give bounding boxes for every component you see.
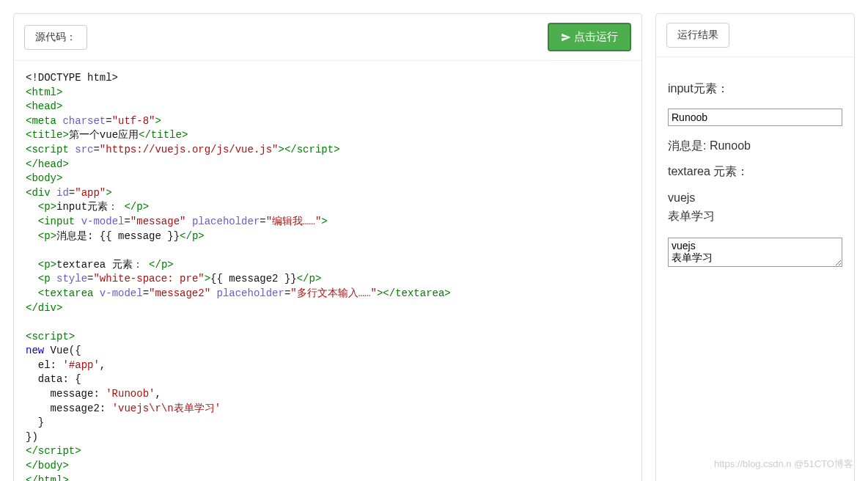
code-line: } [26, 416, 44, 428]
code-line: <title>第一个vue应用</title> [26, 129, 188, 141]
code-line: <head> [26, 100, 62, 112]
paper-plane-icon [561, 32, 571, 43]
input-label: input元素： [668, 79, 842, 98]
code-line: </script> [26, 445, 81, 457]
code-line: <textarea v-model="message2" placeholder… [26, 287, 451, 299]
result-header: 运行结果 [656, 14, 854, 57]
code-line: <p>input元素： </p> [26, 201, 149, 213]
code-line: </head> [26, 158, 69, 170]
code-line: <html> [26, 87, 62, 98]
message-input[interactable] [668, 109, 842, 126]
code-line: </div> [26, 302, 62, 314]
code-line: }) [26, 431, 38, 443]
result-label-button[interactable]: 运行结果 [666, 23, 729, 48]
source-panel: 源代码： 点击运行 <!DOCTYPE html> <html> <head> … [13, 13, 642, 481]
code-line: message2: 'vuejs\r\n表单学习' [26, 403, 221, 414]
source-header: 源代码： 点击运行 [14, 14, 641, 61]
code-line: <script src="https://vuejs.org/js/vue.js… [26, 144, 340, 155]
run-button[interactable]: 点击运行 [548, 23, 631, 51]
code-line: <meta charset="utf-8"> [26, 115, 161, 127]
code-line: el: '#app', [26, 359, 106, 371]
code-line: </html> [26, 474, 69, 481]
watermark: https://blog.csdn.n @51CTO博客 [714, 458, 853, 471]
code-line: <!DOCTYPE html> [26, 72, 118, 84]
message2-display: vuejs 表单学习 [668, 188, 842, 226]
message-display: 消息是: Runoob [668, 136, 842, 155]
code-line: message: 'Runoob', [26, 388, 161, 400]
source-label-button[interactable]: 源代码： [24, 25, 87, 50]
result-body: input元素： 消息是: Runoob textarea 元素： vuejs … [656, 57, 854, 287]
code-line: <input v-model="message" placeholder="编辑… [26, 216, 328, 227]
code-line: <p>textarea 元素： </p> [26, 259, 174, 271]
code-line: new Vue({ [26, 345, 81, 356]
code-line: </body> [26, 460, 69, 471]
code-editor[interactable]: <!DOCTYPE html> <html> <head> <meta char… [14, 61, 641, 481]
code-line: <script> [26, 331, 75, 342]
textarea-label: textarea 元素： [668, 162, 842, 181]
code-line: <p style="white-space: pre">{{ message2 … [26, 273, 321, 284]
code-line: <p>消息是: {{ message }}</p> [26, 230, 205, 242]
result-panel: 运行结果 input元素： 消息是: Runoob textarea 元素： v… [655, 13, 855, 481]
run-button-label: 点击运行 [574, 30, 618, 44]
code-line: <body> [26, 172, 62, 184]
message2-textarea[interactable]: vuejs 表单学习 [668, 238, 842, 267]
code-line: data: { [26, 373, 81, 385]
code-line: <div id="app"> [26, 187, 112, 199]
